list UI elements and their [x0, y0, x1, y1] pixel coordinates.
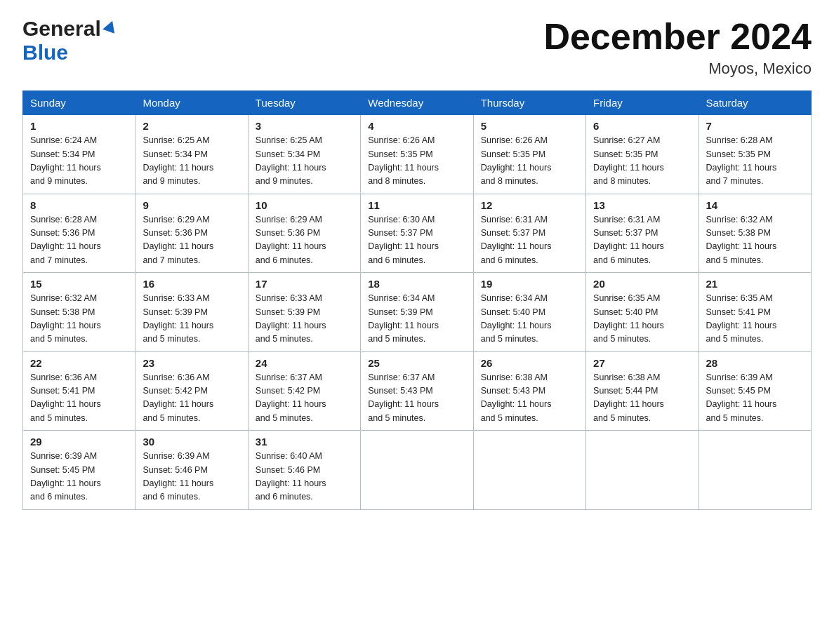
day-cell-14: 14Sunrise: 6:32 AMSunset: 5:38 PMDayligh… [699, 194, 811, 273]
day-number: 27 [593, 357, 691, 369]
day-cell-12: 12Sunrise: 6:31 AMSunset: 5:37 PMDayligh… [473, 194, 585, 273]
empty-cell [586, 431, 699, 510]
day-cell-16: 16Sunrise: 6:33 AMSunset: 5:39 PMDayligh… [135, 273, 248, 352]
day-cell-23: 23Sunrise: 6:36 AMSunset: 5:42 PMDayligh… [135, 351, 248, 431]
page-header: General Blue December 2024 Moyos, Mexico [22, 17, 812, 78]
day-number: 17 [256, 278, 353, 290]
logo-arrow-icon [102, 19, 118, 34]
day-number: 30 [143, 436, 240, 448]
day-number: 29 [30, 436, 128, 448]
day-info: Sunrise: 6:32 AMSunset: 5:38 PMDaylight:… [30, 292, 128, 347]
day-info: Sunrise: 6:26 AMSunset: 5:35 PMDaylight:… [481, 134, 578, 189]
day-info: Sunrise: 6:29 AMSunset: 5:36 PMDaylight:… [256, 213, 353, 268]
day-info: Sunrise: 6:39 AMSunset: 5:46 PMDaylight:… [143, 450, 240, 504]
week-row-4: 22Sunrise: 6:36 AMSunset: 5:41 PMDayligh… [23, 351, 812, 431]
day-info: Sunrise: 6:36 AMSunset: 5:42 PMDaylight:… [143, 371, 240, 426]
day-cell-24: 24Sunrise: 6:37 AMSunset: 5:42 PMDayligh… [248, 351, 360, 431]
day-cell-25: 25Sunrise: 6:37 AMSunset: 5:43 PMDayligh… [361, 351, 473, 431]
day-cell-22: 22Sunrise: 6:36 AMSunset: 5:41 PMDayligh… [23, 351, 135, 431]
day-cell-21: 21Sunrise: 6:35 AMSunset: 5:41 PMDayligh… [699, 273, 811, 352]
day-cell-27: 27Sunrise: 6:38 AMSunset: 5:44 PMDayligh… [586, 351, 699, 431]
empty-cell [473, 431, 585, 510]
day-info: Sunrise: 6:33 AMSunset: 5:39 PMDaylight:… [256, 292, 353, 347]
day-info: Sunrise: 6:36 AMSunset: 5:41 PMDaylight:… [30, 371, 128, 426]
day-info: Sunrise: 6:27 AMSunset: 5:35 PMDaylight:… [593, 134, 691, 189]
empty-cell [699, 431, 811, 510]
logo-blue-text: Blue [22, 41, 68, 65]
day-cell-3: 3Sunrise: 6:25 AMSunset: 5:34 PMDaylight… [248, 115, 360, 194]
day-info: Sunrise: 6:38 AMSunset: 5:44 PMDaylight:… [593, 371, 691, 426]
week-row-1: 1Sunrise: 6:24 AMSunset: 5:34 PMDaylight… [23, 115, 812, 194]
day-info: Sunrise: 6:34 AMSunset: 5:39 PMDaylight:… [368, 292, 465, 347]
day-number: 5 [481, 120, 578, 132]
day-info: Sunrise: 6:40 AMSunset: 5:46 PMDaylight:… [256, 450, 353, 504]
day-info: Sunrise: 6:24 AMSunset: 5:34 PMDaylight:… [30, 134, 128, 189]
day-number: 3 [256, 120, 353, 132]
day-cell-7: 7Sunrise: 6:28 AMSunset: 5:35 PMDaylight… [699, 115, 811, 194]
col-header-thursday: Thursday [473, 91, 585, 115]
day-info: Sunrise: 6:39 AMSunset: 5:45 PMDaylight:… [30, 450, 128, 504]
day-info: Sunrise: 6:37 AMSunset: 5:42 PMDaylight:… [256, 371, 353, 426]
day-number: 18 [368, 278, 465, 290]
day-cell-8: 8Sunrise: 6:28 AMSunset: 5:36 PMDaylight… [23, 194, 135, 273]
day-number: 19 [481, 278, 578, 290]
day-number: 1 [30, 120, 128, 132]
day-cell-20: 20Sunrise: 6:35 AMSunset: 5:40 PMDayligh… [586, 273, 699, 352]
day-info: Sunrise: 6:31 AMSunset: 5:37 PMDaylight:… [593, 213, 691, 268]
header-row: SundayMondayTuesdayWednesdayThursdayFrid… [23, 91, 812, 115]
day-info: Sunrise: 6:28 AMSunset: 5:36 PMDaylight:… [30, 213, 128, 268]
day-info: Sunrise: 6:26 AMSunset: 5:35 PMDaylight:… [368, 134, 465, 189]
day-info: Sunrise: 6:37 AMSunset: 5:43 PMDaylight:… [368, 371, 465, 426]
day-number: 21 [706, 278, 804, 290]
logo-general-text: General [22, 17, 101, 41]
day-info: Sunrise: 6:33 AMSunset: 5:39 PMDaylight:… [143, 292, 240, 347]
week-row-2: 8Sunrise: 6:28 AMSunset: 5:36 PMDaylight… [23, 194, 812, 273]
day-number: 4 [368, 120, 465, 132]
col-header-friday: Friday [586, 91, 699, 115]
day-cell-2: 2Sunrise: 6:25 AMSunset: 5:34 PMDaylight… [135, 115, 248, 194]
day-info: Sunrise: 6:32 AMSunset: 5:38 PMDaylight:… [706, 213, 804, 268]
day-number: 10 [256, 199, 353, 211]
day-cell-1: 1Sunrise: 6:24 AMSunset: 5:34 PMDaylight… [23, 115, 135, 194]
week-row-5: 29Sunrise: 6:39 AMSunset: 5:45 PMDayligh… [23, 431, 812, 510]
day-number: 11 [368, 199, 465, 211]
day-number: 8 [30, 199, 128, 211]
day-cell-11: 11Sunrise: 6:30 AMSunset: 5:37 PMDayligh… [361, 194, 473, 273]
col-header-tuesday: Tuesday [248, 91, 360, 115]
day-info: Sunrise: 6:34 AMSunset: 5:40 PMDaylight:… [481, 292, 578, 347]
day-cell-31: 31Sunrise: 6:40 AMSunset: 5:46 PMDayligh… [248, 431, 360, 510]
logo: General Blue [22, 17, 116, 65]
title-block: December 2024 Moyos, Mexico [543, 17, 812, 78]
day-info: Sunrise: 6:30 AMSunset: 5:37 PMDaylight:… [368, 213, 465, 268]
day-cell-26: 26Sunrise: 6:38 AMSunset: 5:43 PMDayligh… [473, 351, 585, 431]
day-info: Sunrise: 6:25 AMSunset: 5:34 PMDaylight:… [256, 134, 353, 189]
day-cell-9: 9Sunrise: 6:29 AMSunset: 5:36 PMDaylight… [135, 194, 248, 273]
day-info: Sunrise: 6:39 AMSunset: 5:45 PMDaylight:… [706, 371, 804, 426]
col-header-monday: Monday [135, 91, 248, 115]
col-header-saturday: Saturday [699, 91, 811, 115]
day-number: 25 [368, 357, 465, 369]
day-cell-17: 17Sunrise: 6:33 AMSunset: 5:39 PMDayligh… [248, 273, 360, 352]
day-number: 15 [30, 278, 128, 290]
day-info: Sunrise: 6:38 AMSunset: 5:43 PMDaylight:… [481, 371, 578, 426]
day-number: 22 [30, 357, 128, 369]
col-header-wednesday: Wednesday [361, 91, 473, 115]
day-number: 20 [593, 278, 691, 290]
day-cell-6: 6Sunrise: 6:27 AMSunset: 5:35 PMDaylight… [586, 115, 699, 194]
day-info: Sunrise: 6:28 AMSunset: 5:35 PMDaylight:… [706, 134, 804, 189]
day-cell-10: 10Sunrise: 6:29 AMSunset: 5:36 PMDayligh… [248, 194, 360, 273]
day-cell-30: 30Sunrise: 6:39 AMSunset: 5:46 PMDayligh… [135, 431, 248, 510]
day-number: 7 [706, 120, 804, 132]
day-number: 28 [706, 357, 804, 369]
day-info: Sunrise: 6:29 AMSunset: 5:36 PMDaylight:… [143, 213, 240, 268]
col-header-sunday: Sunday [23, 91, 135, 115]
day-cell-15: 15Sunrise: 6:32 AMSunset: 5:38 PMDayligh… [23, 273, 135, 352]
day-cell-5: 5Sunrise: 6:26 AMSunset: 5:35 PMDaylight… [473, 115, 585, 194]
week-row-3: 15Sunrise: 6:32 AMSunset: 5:38 PMDayligh… [23, 273, 812, 352]
day-cell-28: 28Sunrise: 6:39 AMSunset: 5:45 PMDayligh… [699, 351, 811, 431]
day-info: Sunrise: 6:25 AMSunset: 5:34 PMDaylight:… [143, 134, 240, 189]
day-number: 14 [706, 199, 804, 211]
day-number: 26 [481, 357, 578, 369]
day-number: 6 [593, 120, 691, 132]
day-number: 13 [593, 199, 691, 211]
